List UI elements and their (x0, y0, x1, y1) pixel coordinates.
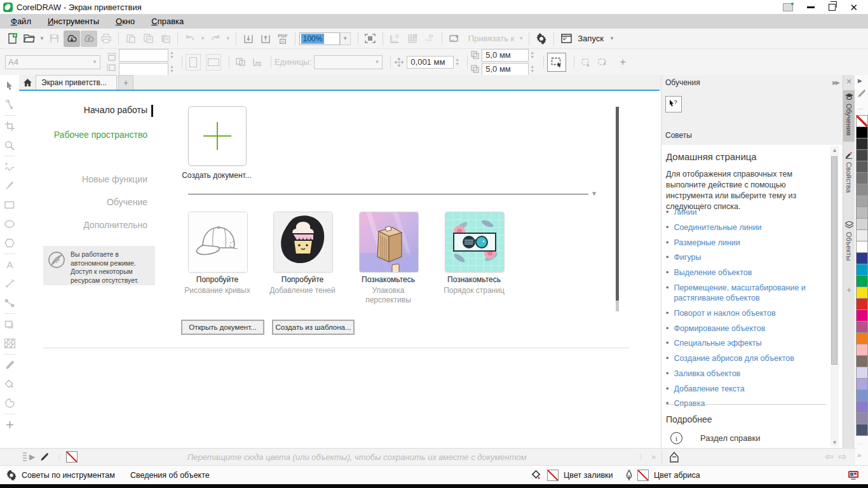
zoom-level-dropdown[interactable]: ▼ (340, 32, 351, 45)
palette-flyout-icon[interactable]: ▶ (27, 452, 37, 461)
docker-tab-properties[interactable]: Свойства (843, 148, 855, 202)
color-proof-status[interactable] (848, 466, 859, 484)
selection-mode-marquee-button[interactable] (578, 54, 594, 71)
launch-dropdown[interactable]: ▼ (608, 36, 616, 41)
color-swatch[interactable] (856, 241, 868, 253)
customize-toolbox-button[interactable] (4, 419, 15, 430)
color-swatch[interactable] (856, 321, 868, 333)
snap-to-label[interactable]: Привязать к (468, 34, 515, 43)
restore-button[interactable] (829, 4, 836, 11)
options-button[interactable] (533, 30, 550, 47)
scroll-thumb[interactable] (831, 156, 837, 365)
eyedropper-tool-icon[interactable] (4, 360, 15, 370)
open-dropdown[interactable]: ▼ (38, 36, 46, 41)
home-tab-button[interactable] (19, 75, 36, 90)
open-document-button[interactable] (21, 30, 37, 47)
help-link[interactable]: Выделение объектов (674, 268, 752, 278)
account-status-icon[interactable] (783, 3, 793, 11)
collapse-section-arrow[interactable]: ▼ (591, 190, 597, 197)
add-docker-button[interactable]: + (843, 285, 855, 295)
current-page-button[interactable] (249, 54, 266, 71)
help-link[interactable]: Формирование объектов (674, 323, 765, 334)
page-height-field[interactable] (119, 63, 168, 76)
freehand-tool-icon[interactable] (4, 161, 15, 172)
doc-palette-expand[interactable]: » (649, 452, 658, 461)
show-grid-button[interactable] (404, 30, 421, 47)
color-swatch[interactable] (856, 401, 868, 413)
import-button[interactable] (240, 30, 257, 47)
show-rulers-button[interactable] (387, 30, 403, 47)
doc-palette-scroll-right[interactable]: 〉 (636, 452, 649, 463)
nav-more[interactable]: Дополнительно (20, 220, 147, 230)
nudge-offset-field[interactable]: 0,001 мм (407, 56, 454, 69)
menu-tools[interactable]: Инструменты (39, 15, 107, 28)
print-button[interactable] (98, 30, 114, 47)
interactive-fill-tool-icon[interactable] (4, 379, 15, 390)
color-swatch[interactable] (856, 275, 868, 287)
no-color-swatch[interactable] (66, 451, 78, 463)
tool-hints-toggle[interactable]: Советы по инструментам (6, 466, 115, 484)
cloud-download-button[interactable] (64, 30, 80, 47)
artistic-media-tool-icon[interactable] (4, 180, 15, 191)
new-from-template-button[interactable]: Создать из шаблона... (272, 320, 355, 335)
undo-dropdown[interactable]: ▼ (199, 36, 207, 41)
color-swatch[interactable] (856, 344, 868, 356)
new-document-button[interactable] (4, 30, 20, 47)
nav-whats-new[interactable]: Новые функции (20, 174, 147, 184)
crop-tool-icon[interactable] (4, 121, 15, 132)
page-width-field[interactable] (119, 49, 168, 62)
history-forward-icon[interactable]: ⇨ (836, 451, 849, 463)
paint-bucket-icon[interactable] (669, 452, 679, 463)
color-swatch[interactable] (856, 126, 868, 139)
cut-button[interactable] (123, 30, 139, 47)
help-link[interactable]: Специальные эффекты (674, 338, 761, 348)
polygon-tool-icon[interactable] (4, 238, 15, 248)
customize-propbar-button[interactable]: + (620, 56, 626, 69)
docker-close-icon[interactable]: ✕ (843, 78, 855, 86)
palette-scroll-down[interactable]: ﹀ (858, 441, 864, 449)
ellipse-tool-icon[interactable] (4, 219, 15, 229)
help-link[interactable]: Создание абрисов для объектов (674, 353, 794, 363)
minimize-button[interactable] (807, 6, 815, 8)
units-combobox[interactable]: ▼ (314, 55, 383, 69)
zoom-level-combobox[interactable]: 100% (299, 32, 340, 45)
help-section-row[interactable]: i Раздел справки (670, 432, 760, 444)
color-swatch[interactable] (856, 264, 868, 276)
color-swatch[interactable] (856, 207, 868, 219)
nav-workspace[interactable]: Рабочее пространство (20, 130, 147, 140)
help-link[interactable]: Перемещение, масштабирование и растягива… (674, 283, 826, 304)
doc-palette-eyedropper-icon[interactable] (40, 452, 48, 461)
color-swatch[interactable] (856, 412, 868, 424)
new-tab-button[interactable]: + (118, 75, 133, 90)
color-swatch[interactable] (856, 184, 868, 196)
nav-learning[interactable]: Обучение (20, 197, 147, 207)
doc-palette-scroll-left[interactable]: 〈 (51, 452, 64, 463)
color-swatch[interactable] (856, 252, 868, 264)
what-is-this-tool[interactable]: ? (665, 96, 682, 112)
launch-label[interactable]: Запуск (578, 34, 604, 43)
landscape-button[interactable] (206, 54, 221, 71)
create-document-card[interactable] (188, 106, 247, 166)
promo-card-add-shadows[interactable] (273, 212, 333, 273)
undo-button[interactable] (182, 30, 198, 47)
palette-scroll-up[interactable]: ︿ (858, 104, 864, 112)
color-swatch[interactable] (856, 172, 868, 184)
color-swatch[interactable] (856, 378, 868, 390)
welcome-scrollbar[interactable] (616, 107, 619, 311)
color-swatch[interactable] (856, 149, 868, 161)
menu-window[interactable]: Окно (107, 15, 143, 28)
menu-help[interactable]: Справка (143, 15, 192, 28)
welcome-screen-tab[interactable]: Экран приветств... (36, 75, 117, 90)
scroll-down-arrow[interactable]: ▼ (831, 438, 839, 447)
color-swatch[interactable] (856, 367, 868, 379)
history-back-icon[interactable]: ⇦ (823, 451, 836, 463)
duplicate-y-field[interactable]: 5,0 мм (482, 63, 529, 76)
help-link[interactable]: Добавление текста (674, 384, 744, 394)
redo-dropdown[interactable]: ▼ (224, 36, 232, 41)
snap-off-button[interactable] (446, 30, 463, 47)
dimension-tool-icon[interactable] (4, 278, 15, 289)
nav-get-started[interactable]: Начало работы (20, 105, 147, 115)
snap-to-dropdown[interactable]: ▼ (517, 36, 525, 41)
color-swatch[interactable] (856, 309, 868, 322)
drop-shadow-tool-icon[interactable] (4, 319, 15, 330)
